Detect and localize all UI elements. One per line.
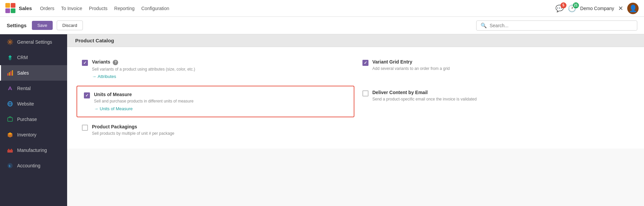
website-icon (6, 100, 14, 108)
svg-rect-1 (11, 3, 15, 8)
settings-row-2: Units of Measure Sell and purchase produ… (75, 84, 636, 119)
logo-icon (5, 3, 16, 14)
search-bar[interactable]: 🔍 (476, 20, 637, 31)
variants-label: Variants ? (92, 59, 195, 65)
rental-icon (6, 85, 14, 92)
crm-icon (6, 54, 14, 61)
inventory-icon (6, 131, 14, 138)
variants-help-icon[interactable]: ? (113, 60, 118, 65)
save-button[interactable]: Save (32, 21, 53, 30)
nav-configuration[interactable]: Configuration (141, 4, 169, 12)
message-count: 5 (560, 2, 566, 8)
company-name: Demo Company (580, 6, 614, 11)
sidebar-item-general-settings[interactable]: General Settings (0, 34, 67, 50)
main-layout: General Settings CRM Sales Rental Websit… (0, 34, 644, 206)
svg-rect-3 (11, 8, 15, 13)
svg-marker-6 (8, 57, 12, 60)
section-header: Product Catalog (67, 34, 644, 47)
units-description: Sell and purchase products in different … (94, 98, 194, 104)
section-title: Product Catalog (75, 38, 114, 43)
deliver-email-checkbox[interactable] (362, 90, 368, 96)
sidebar-item-website[interactable]: Website (0, 96, 67, 112)
setting-deliver-email: Deliver Content by Email Send a product-… (356, 84, 636, 119)
sidebar-item-inventory[interactable]: Inventory (0, 127, 67, 142)
app-logo[interactable]: Sales (5, 3, 32, 14)
sidebar: General Settings CRM Sales Rental Websit… (0, 34, 67, 206)
nav-reporting[interactable]: Reporting (114, 4, 135, 12)
units-link[interactable]: → Units of Measure (94, 106, 194, 111)
app-name: Sales (19, 5, 32, 11)
variants-checkbox[interactable] (82, 60, 88, 66)
svg-rect-2 (5, 8, 10, 13)
content-area: Product Catalog Variants ? Sell variants… (67, 34, 644, 206)
packagings-checkbox[interactable] (82, 125, 88, 131)
variant-grid-description: Add several variants to an order from a … (373, 66, 450, 72)
search-icon: 🔍 (481, 23, 487, 29)
sidebar-label-general: General Settings (17, 39, 52, 45)
variants-text: Variants ? Sell variants of a product us… (92, 59, 195, 79)
settings-bar: Settings Save Discard 🔍 (0, 17, 644, 34)
close-button[interactable]: ✕ (618, 5, 623, 12)
svg-rect-20 (11, 149, 12, 151)
sales-icon (6, 69, 14, 77)
svg-rect-10 (12, 70, 13, 76)
settings-content: Variants ? Sell variants of a product us… (67, 47, 644, 149)
sidebar-label-manufacturing: Manufacturing (17, 148, 47, 153)
sidebar-item-crm[interactable]: CRM (0, 50, 67, 65)
sidebar-item-rental[interactable]: Rental (0, 81, 67, 96)
deliver-email-label: Deliver Content by Email (373, 90, 477, 95)
sidebar-label-sales: Sales (17, 70, 29, 76)
units-checkbox[interactable] (84, 92, 90, 98)
sidebar-label-purchase: Purchase (17, 117, 37, 122)
sidebar-label-accounting: Accounting (17, 163, 40, 168)
nav-orders[interactable]: Orders (40, 4, 54, 12)
svg-rect-9 (10, 71, 11, 76)
deliver-email-description: Send a product-specific email once the i… (373, 96, 477, 102)
messages-button[interactable]: 💬 5 (555, 4, 564, 12)
settings-row-1: Variants ? Sell variants of a product us… (75, 54, 636, 84)
setting-product-packagings: Product Packagings Sell products by mult… (75, 119, 356, 142)
deliver-email-text: Deliver Content by Email Send a product-… (373, 90, 477, 102)
activity-count: 21 (573, 2, 579, 8)
sidebar-label-inventory: Inventory (17, 132, 37, 137)
sidebar-label-website: Website (17, 101, 34, 107)
setting-variants: Variants ? Sell variants of a product us… (75, 54, 356, 84)
packagings-description: Sell products by multiple of unit # per … (92, 131, 174, 136)
setting-empty (356, 119, 636, 142)
variant-grid-text: Variant Grid Entry Add several variants … (373, 59, 450, 72)
variant-grid-checkbox[interactable] (362, 60, 368, 66)
general-settings-icon (6, 38, 14, 46)
settings-title: Settings (7, 23, 27, 28)
variants-description: Sell variants of a product using attribu… (92, 67, 195, 72)
packagings-text: Product Packagings Sell products by mult… (92, 124, 174, 136)
activities-button[interactable]: 🕐 21 (568, 4, 576, 12)
discard-button[interactable]: Discard (57, 20, 83, 30)
settings-row-3: Product Packagings Sell products by mult… (75, 119, 636, 142)
nav-links: Orders To Invoice Products Reporting Con… (40, 4, 169, 12)
svg-rect-19 (8, 149, 9, 151)
sidebar-item-purchase[interactable]: Purchase (0, 112, 67, 127)
purchase-icon (6, 116, 14, 123)
setting-variant-grid: Variant Grid Entry Add several variants … (356, 54, 636, 84)
manufacturing-icon (6, 147, 14, 154)
nav-products[interactable]: Products (89, 4, 107, 12)
nav-to-invoice[interactable]: To Invoice (61, 4, 82, 12)
svg-text:$: $ (9, 164, 10, 168)
sidebar-item-accounting[interactable]: $ Accounting (0, 158, 67, 173)
accounting-icon: $ (6, 162, 14, 169)
svg-rect-0 (5, 3, 10, 8)
variants-link[interactable]: → Attributes (92, 74, 195, 79)
svg-point-4 (9, 41, 11, 43)
units-text: Units of Measure Sell and purchase produ… (94, 92, 194, 111)
sidebar-item-sales[interactable]: Sales (0, 65, 67, 81)
sidebar-item-manufacturing[interactable]: Manufacturing (0, 142, 67, 158)
svg-rect-8 (9, 72, 10, 76)
search-input[interactable] (490, 23, 633, 28)
sidebar-label-rental: Rental (17, 86, 31, 91)
nav-right: 💬 5 🕐 21 Demo Company ✕ 👤 (555, 3, 639, 14)
user-avatar[interactable]: 👤 (627, 3, 639, 14)
svg-rect-15 (8, 118, 12, 121)
sidebar-label-crm: CRM (17, 55, 28, 60)
setting-units-of-measure: Units of Measure Sell and purchase produ… (77, 86, 354, 117)
variant-grid-label: Variant Grid Entry (373, 59, 450, 65)
